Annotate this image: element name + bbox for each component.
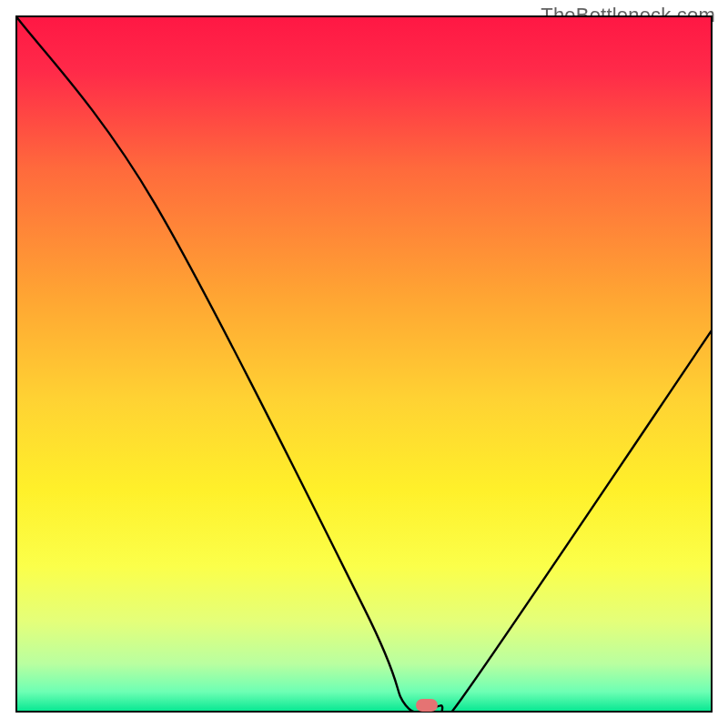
plot-svg — [15, 15, 713, 713]
minimum-marker — [416, 699, 438, 712]
plot-area — [15, 15, 713, 713]
chart-canvas: TheBottleneck.com — [0, 0, 728, 728]
